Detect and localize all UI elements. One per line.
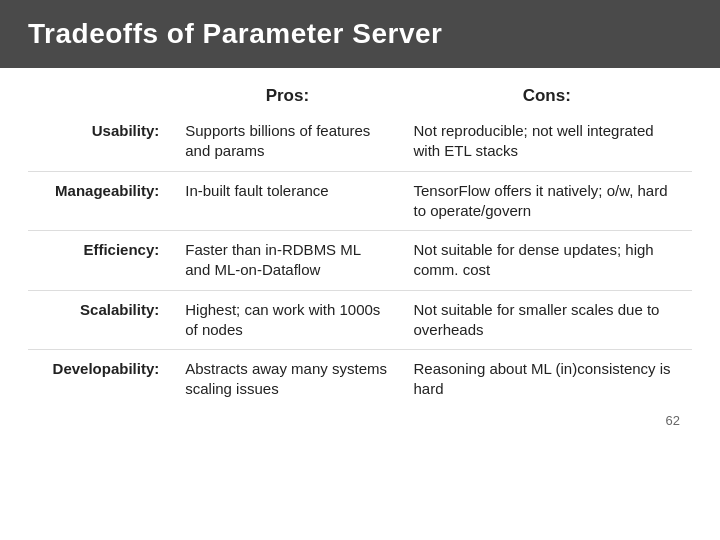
slide-header: Tradeoffs of Parameter Server [0,0,720,68]
table-row: Scalability:Highest; can work with 1000s… [28,290,692,350]
row-con: TensorFlow offers it natively; o/w, hard… [402,171,693,231]
row-category: Scalability: [28,290,173,350]
table-row: Developability:Abstracts away many syste… [28,350,692,409]
col-header-cons: Cons: [402,78,693,112]
row-pro: Faster than in-RDBMS ML and ML-on-Datafl… [173,231,401,291]
col-header-category [28,78,173,112]
table-row: Usability:Supports billions of features … [28,112,692,171]
row-con: Not reproducible; not well integrated wi… [402,112,693,171]
row-pro: Abstracts away many systems scaling issu… [173,350,401,409]
col-header-pros: Pros: [173,78,401,112]
slide: Tradeoffs of Parameter Server Pros: Cons… [0,0,720,540]
tradeoffs-table: Pros: Cons: Usability:Supports billions … [28,78,692,409]
row-con: Reasoning about ML (in)consistency is ha… [402,350,693,409]
row-category: Developability: [28,350,173,409]
page-number: 62 [28,409,692,434]
row-pro: Highest; can work with 1000s of nodes [173,290,401,350]
slide-title: Tradeoffs of Parameter Server [28,18,442,49]
table-row: Efficiency:Faster than in-RDBMS ML and M… [28,231,692,291]
row-category: Manageability: [28,171,173,231]
row-con: Not suitable for smaller scales due to o… [402,290,693,350]
row-con: Not suitable for dense updates; high com… [402,231,693,291]
table-row: Manageability:In-built fault toleranceTe… [28,171,692,231]
row-category: Efficiency: [28,231,173,291]
row-pro: Supports billions of features and params [173,112,401,171]
slide-content: Pros: Cons: Usability:Supports billions … [0,68,720,540]
row-category: Usability: [28,112,173,171]
row-pro: In-built fault tolerance [173,171,401,231]
